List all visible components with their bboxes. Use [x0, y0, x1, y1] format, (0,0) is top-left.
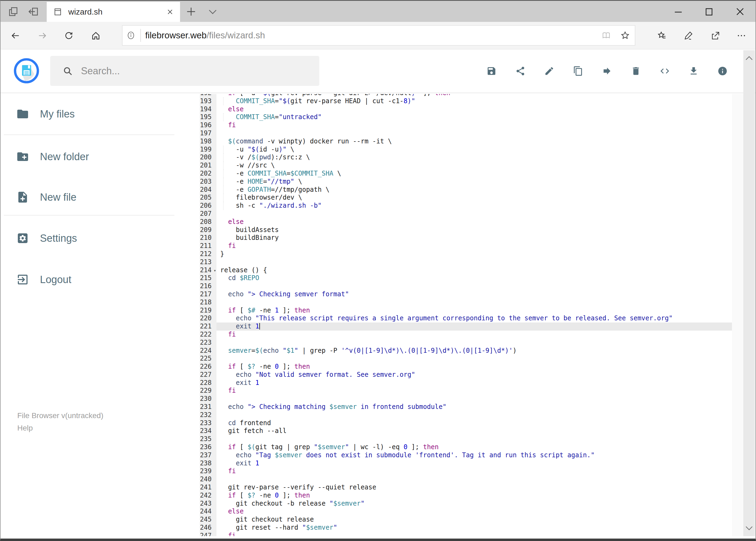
code-text[interactable]: fi	[216, 532, 732, 536]
code-line-243[interactable]: 243 git checkout -b release "$semver"	[200, 500, 732, 508]
code-line-240[interactable]: 240	[200, 475, 732, 483]
line-number[interactable]: 208	[200, 218, 216, 226]
code-line-247[interactable]: 247 fi	[200, 532, 732, 536]
code-line-228[interactable]: 228 exit 1	[200, 379, 732, 387]
code-text[interactable]: fi	[216, 330, 732, 339]
line-number[interactable]: 236	[200, 443, 216, 451]
line-number[interactable]: 242	[200, 492, 216, 500]
save-button[interactable]	[486, 66, 497, 76]
tab-chevron-icon[interactable]	[207, 6, 219, 18]
code-line-226[interactable]: 226 if [ $? -ne 0 ]; then	[200, 363, 732, 371]
tab-previews-icon[interactable]	[8, 6, 19, 18]
line-number[interactable]: 195	[200, 113, 216, 121]
sidebar-item-logout[interactable]: Logout	[16, 267, 71, 292]
code-text[interactable]: -e GOPATH=//tmp/gopath \	[216, 186, 732, 194]
line-number[interactable]: 206	[200, 202, 216, 210]
line-number[interactable]: 207	[200, 210, 216, 218]
code-line-230[interactable]: 230	[200, 395, 732, 403]
code-line-231[interactable]: 231 echo "> Checking matching $semver in…	[200, 403, 732, 411]
url-text[interactable]: filebrowser.web/files/wizard.sh	[145, 30, 601, 41]
hub-favorites-icon[interactable]	[657, 31, 667, 41]
code-text[interactable]: sh -c "./wizard.sh -b"	[216, 202, 732, 210]
code-text[interactable]: -e COMMIT_SHA=$COMMIT_SHA \	[216, 170, 732, 178]
line-number[interactable]: 217	[200, 290, 216, 298]
code-text[interactable]: filebrowser/dev \	[216, 194, 732, 202]
code-line-246[interactable]: 246 git reset --hard "$semver"	[200, 524, 732, 532]
code-line-219[interactable]: 219 if [ $# -ne 1 ]; then	[200, 306, 732, 315]
line-number[interactable]: 246	[200, 524, 216, 532]
code-line-203[interactable]: 203 -e HOME="//tmp" \	[200, 178, 732, 186]
code-text[interactable]: else	[216, 105, 732, 114]
code-view-button[interactable]	[660, 66, 670, 76]
move-button[interactable]	[602, 66, 612, 76]
code-line-197[interactable]: 197	[200, 129, 732, 138]
code-text[interactable]: git fetch --all	[216, 427, 732, 435]
code-text[interactable]: cd $REPO	[216, 274, 732, 282]
line-number[interactable]: 200	[200, 154, 216, 162]
line-number[interactable]: 203	[200, 178, 216, 186]
code-text[interactable]	[216, 395, 732, 403]
line-number[interactable]: 243	[200, 500, 216, 508]
maximize-button[interactable]	[703, 6, 715, 18]
code-text[interactable]: echo "Not valid semver format. See semve…	[216, 371, 732, 379]
line-number[interactable]: 192	[200, 94, 216, 97]
code-line-202[interactable]: 202 -e COMMIT_SHA=$COMMIT_SHA \	[200, 170, 732, 178]
set-tabs-aside-icon[interactable]	[28, 6, 39, 18]
download-button[interactable]	[688, 66, 699, 76]
code-line-206[interactable]: 206 sh -c "./wizard.sh -b"	[200, 202, 732, 210]
back-icon[interactable]	[10, 31, 21, 41]
info-button[interactable]	[717, 66, 728, 76]
code-line-200[interactable]: 200 -v /$(pwd):/src:z \	[200, 154, 732, 162]
code-text[interactable]: buildAssets	[216, 226, 732, 234]
line-number[interactable]: 202	[200, 170, 216, 178]
code-line-218[interactable]: 218	[200, 298, 732, 306]
code-line-244[interactable]: 244 else	[200, 507, 732, 516]
address-bar[interactable]: filebrowser.web/files/wizard.sh	[122, 25, 635, 46]
code-line-232[interactable]: 232	[200, 411, 732, 419]
line-number[interactable]: 224	[200, 347, 216, 355]
more-menu-icon[interactable]	[736, 31, 747, 41]
new-tab-icon[interactable]	[185, 6, 197, 18]
code-text[interactable]: else	[216, 218, 732, 226]
share-button[interactable]	[515, 66, 526, 76]
code-text[interactable]: if [ $# -ne 1 ]; then	[216, 306, 732, 315]
code-text[interactable]: git reset --hard "$semver"	[216, 524, 732, 532]
code-line-213[interactable]: 213	[200, 258, 732, 266]
code-line-199[interactable]: 199 -u "$(id -u)" \	[200, 146, 732, 154]
line-number[interactable]: 212	[200, 250, 216, 258]
line-number[interactable]: 234	[200, 427, 216, 435]
code-line-209[interactable]: 209 buildAssets	[200, 226, 732, 234]
code-line-204[interactable]: 204 -e GOPATH=//tmp/gopath \	[200, 186, 732, 194]
code-line-237[interactable]: 237 echo "Tag $semver does not exist in …	[200, 451, 732, 459]
code-line-205[interactable]: 205 filebrowser/dev \	[200, 194, 732, 202]
refresh-icon[interactable]	[64, 31, 74, 41]
line-number[interactable]: 239	[200, 467, 216, 475]
line-number[interactable]: 230	[200, 395, 216, 403]
line-number[interactable]: 216	[200, 282, 216, 290]
code-line-193[interactable]: 193 COMMIT_SHA="$(git rev-parse HEAD | c…	[200, 97, 732, 105]
code-text[interactable]	[216, 298, 732, 306]
code-line-238[interactable]: 238 exit 1	[200, 459, 732, 467]
code-text[interactable]: if [ $(git tag | grep "$semver" | wc -l)…	[216, 443, 732, 451]
code-text[interactable]	[216, 355, 732, 363]
code-line-201[interactable]: 201 -w //src \	[200, 162, 732, 170]
line-number[interactable]: 220	[200, 314, 216, 322]
code-line-211[interactable]: 211 fi	[200, 242, 732, 250]
code-line-214[interactable]: 214▾release () {	[200, 266, 732, 274]
code-line-234[interactable]: 234 git fetch --all	[200, 427, 732, 435]
code-text[interactable]: git rev-parse --verify --quiet release	[216, 483, 732, 492]
scroll-down-icon[interactable]	[744, 523, 754, 533]
code-line-221[interactable]: 221 exit 1	[200, 322, 732, 330]
line-number[interactable]: 210	[200, 234, 216, 242]
line-number[interactable]: 198	[200, 138, 216, 146]
code-line-207[interactable]: 207	[200, 210, 732, 218]
code-line-235[interactable]: 235	[200, 435, 732, 443]
line-number[interactable]: 240	[200, 475, 216, 483]
fold-arrow-icon[interactable]: ▾	[213, 267, 216, 274]
code-text[interactable]: -v /$(pwd):/src:z \	[216, 154, 732, 162]
code-line-195[interactable]: 195 COMMIT_SHA="untracked"	[200, 113, 732, 121]
line-number[interactable]: 215	[200, 274, 216, 282]
search-input[interactable]	[81, 65, 319, 77]
line-number[interactable]: 232	[200, 411, 216, 419]
line-number[interactable]: 222	[200, 330, 216, 339]
